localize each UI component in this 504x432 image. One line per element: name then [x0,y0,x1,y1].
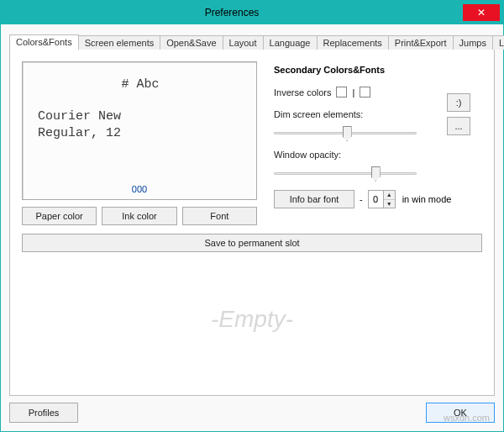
preferences-window: Preferences ✕ Colors&Fonts Screen elemen… [0,0,504,432]
tab-panel-colors-fonts: # Abc Courier New Regular, 12 000 Paper … [9,49,495,396]
tab-replacements[interactable]: Replacements [317,35,389,50]
tab-print-export[interactable]: Print&Export [388,35,454,50]
dim-slider-thumb[interactable] [343,126,352,141]
preview-font-name: Courier New [38,108,243,125]
color-font-buttons: Paper color Ink color Font [22,207,257,225]
inverse-colors-checkbox-1[interactable] [336,87,347,97]
tab-language[interactable]: Language [263,35,318,50]
close-button[interactable]: ✕ [463,4,500,21]
mode-text: in win mode [399,194,452,204]
titlebar: Preferences ✕ [1,1,503,24]
secondary-title: Secondary Colors&Fonts [274,65,482,75]
tab-layout[interactable]: Layout [223,35,264,50]
opacity-label: Window opacity: [274,150,341,160]
preview-sample-heading: # Abc [38,77,243,92]
ellipsis-button[interactable]: ... [447,117,470,135]
tab-overflow[interactable]: Lo [492,35,504,50]
opacity-slider-thumb[interactable] [371,166,381,182]
spinner-up[interactable]: ▲ [384,191,395,200]
window-title: Preferences [1,7,463,18]
tabstrip: Colors&Fonts Screen elements Open&Save L… [9,31,495,50]
empty-slot-area: -Empty- [22,252,482,387]
inverse-colors-label: Inverse colors [274,87,331,97]
opacity-spinner[interactable]: ▲ ▼ [368,190,396,208]
ink-color-button[interactable]: Ink color [102,207,176,225]
font-button[interactable]: Font [182,207,257,225]
info-bar-font-button[interactable]: Info bar font [274,190,354,208]
pipe-separator: | [352,87,354,97]
opacity-slider-track [274,172,417,175]
dim-slider[interactable] [274,124,417,143]
font-preview: # Abc Courier New Regular, 12 000 [22,61,257,200]
tab-jumps[interactable]: Jumps [453,35,493,50]
save-permanent-slot-button[interactable]: Save to permanent slot [22,234,482,252]
tab-screen-elements[interactable]: Screen elements [78,35,161,50]
ok-button[interactable]: OK [426,403,495,423]
close-icon: ✕ [477,8,486,18]
spinner-down[interactable]: ▼ [384,200,395,208]
footer: Profiles OK [9,403,495,423]
right-column: Secondary Colors&Fonts Inverse colors | … [274,61,482,225]
paper-color-button[interactable]: Paper color [22,207,97,225]
dash-separator: - [358,194,365,204]
smiley-button[interactable]: :) [447,93,470,112]
empty-text: -Empty- [211,306,293,333]
client-area: Colors&Fonts Screen elements Open&Save L… [1,24,503,431]
opacity-slider[interactable] [274,165,417,183]
inverse-colors-checkbox-2[interactable] [360,87,370,97]
dim-label: Dim screen elements: [274,109,363,119]
profiles-button[interactable]: Profiles [9,403,78,423]
spinner-input[interactable] [368,190,383,208]
preview-counter: 000 [23,184,256,194]
info-bar-row: Info bar font - ▲ ▼ in win mode [274,190,482,208]
preview-font-style: Regular, 12 [38,125,243,142]
tab-colors-fonts[interactable]: Colors&Fonts [9,34,79,50]
tab-open-save[interactable]: Open&Save [160,35,223,50]
left-column: # Abc Courier New Regular, 12 000 Paper … [22,61,257,225]
